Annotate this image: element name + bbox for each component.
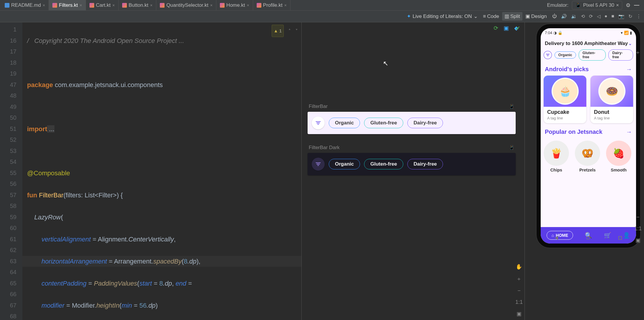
snack-title: Donut (590, 107, 633, 116)
delivery-header[interactable]: Delivery to 1600 Amphitheater Way ⌄ (541, 37, 636, 49)
arrow-right-icon[interactable]: → (626, 66, 632, 73)
popular-row: 🍟Chips 🥨Pretzels 🍓Smooth (541, 138, 636, 174)
tab-readme[interactable]: README.md× (1, 0, 49, 11)
close-icon[interactable]: × (150, 3, 152, 8)
filter-chip[interactable]: Organic (329, 159, 360, 169)
back-icon[interactable]: ◁ (597, 14, 600, 19)
preview-filterbar-dark[interactable]: Organic Gluten-free Dairy-free (308, 153, 516, 175)
fit-icon[interactable]: ▣ (517, 311, 522, 317)
zoom-reset[interactable]: 1:1 (634, 226, 642, 232)
section-header[interactable]: Popular on Jetsnack → (541, 127, 636, 138)
tab-filters[interactable]: Filters.kt× (49, 0, 86, 11)
phone-screen[interactable]: 7:04 ◑ 🔒 ▾📶▮ Delivery to 1600 Amphitheat… (541, 28, 636, 244)
inspection-widget[interactable]: ▲1 ˄ ˅ (272, 25, 298, 37)
kotlin-icon (52, 3, 57, 8)
app-filter-row: Organic Gluten-free Dairy-free (541, 49, 636, 65)
zoom-in-icon[interactable]: ＋ (635, 49, 640, 56)
live-edit-toggle[interactable]: ✦Live Editing of Literals: ON⌄ (407, 13, 478, 19)
tab-profile[interactable]: Profile.kt× (253, 0, 291, 11)
overview-icon[interactable] (618, 236, 622, 240)
mode-split[interactable]: ▥ Split (502, 12, 522, 21)
pan-icon[interactable]: ✋ (516, 264, 522, 270)
volume-up-icon[interactable]: 🔊 (561, 14, 567, 19)
filter-list-icon[interactable] (312, 116, 325, 129)
down-icon[interactable]: ˅ (296, 25, 298, 36)
rotate-right-icon[interactable]: ⟳ (589, 14, 593, 19)
close-icon[interactable]: × (112, 3, 115, 8)
close-icon[interactable]: × (210, 3, 213, 8)
code-text: PaddingValues (94, 280, 137, 287)
popular-item[interactable]: 🍟Chips (544, 141, 569, 172)
refresh-icon[interactable]: ⟳ (494, 25, 498, 31)
more-icon[interactable]: ⋮ (636, 14, 641, 19)
preview-toolbar: ✦Live Editing of Literals: ON⌄ ≡ Code ▥ … (0, 11, 644, 22)
popular-item[interactable]: 🥨Pretzels (575, 141, 600, 172)
preview-zoom-controls: ✋ ＋ − 1:1 ▣ (515, 264, 523, 317)
minimize-icon[interactable] (634, 5, 639, 6)
overview-icon[interactable]: ■ (611, 14, 614, 19)
filter-chip[interactable]: Dairy-free (608, 49, 633, 61)
close-icon[interactable]: × (616, 2, 619, 8)
up-icon[interactable]: ˄ (288, 25, 291, 36)
chevron-down-icon: ⌄ (628, 41, 632, 46)
line-gutter: 1 16 17 18 19 47 48 49 50 51 52 53 54 55… (0, 22, 22, 320)
code-body[interactable]: / Copyright 2020 The Android Open Source… (22, 22, 301, 320)
section-header[interactable]: Android's picks → (541, 65, 636, 76)
mode-code[interactable]: ≡ Code (481, 12, 502, 21)
filter-chip[interactable]: Dairy-free (407, 118, 443, 128)
filter-chip[interactable]: Organic (329, 118, 360, 128)
close-icon[interactable]: × (43, 3, 45, 8)
mode-label: Code (487, 14, 499, 19)
filter-chip[interactable]: Gluten-free (364, 159, 403, 169)
reload-icon[interactable]: ↻ (628, 14, 632, 19)
line-number: 16 (0, 35, 16, 46)
filter-list-icon[interactable] (544, 51, 552, 59)
tab-cart[interactable]: Cart.kt× (86, 0, 119, 11)
code-text: 8 (159, 280, 163, 287)
home-icon[interactable]: ● (605, 14, 608, 19)
home-icon[interactable] (586, 236, 590, 240)
filter-chip[interactable]: Gluten-free (364, 118, 403, 128)
code-text: = Modifier. (64, 302, 96, 309)
close-icon[interactable]: × (80, 3, 82, 8)
power-icon[interactable]: ⏻ (552, 14, 557, 19)
mode-design[interactable]: ▣ Design (523, 12, 549, 21)
snack-card[interactable]: 🧁 Cupcake A tag line (544, 76, 586, 123)
filter-chip[interactable]: Dairy-free (407, 159, 443, 169)
code-editor[interactable]: 1 16 17 18 19 47 48 49 50 51 52 53 54 55… (0, 22, 301, 320)
close-icon[interactable]: × (284, 3, 287, 8)
line-number: 49 (0, 101, 16, 113)
tab-home[interactable]: Home.kt× (216, 0, 253, 11)
close-icon[interactable]: × (247, 3, 249, 8)
preview-label-row: FilterBar Dark 📱 (308, 145, 516, 151)
deploy-icon[interactable]: ▣ (504, 25, 509, 31)
tab-button[interactable]: Button.kt× (119, 0, 156, 11)
code-text: package (27, 81, 53, 89)
back-icon[interactable] (555, 236, 558, 240)
popular-item[interactable]: 🍓Smooth (606, 141, 631, 172)
line-number: 59 (0, 212, 16, 223)
filter-list-icon[interactable] (312, 158, 325, 171)
arrow-right-icon[interactable]: → (626, 129, 632, 135)
warn-count: 1 (279, 25, 282, 36)
screenshot-icon[interactable]: 📷 (618, 14, 624, 19)
zoom-in-icon[interactable]: ＋ (516, 275, 522, 282)
filter-chip[interactable]: Gluten-free (579, 49, 606, 61)
rotate-left-icon[interactable]: ⟲ (581, 14, 585, 19)
lock-icon: 🔒 (558, 31, 562, 35)
filter-chip[interactable]: Organic (555, 51, 576, 59)
preview-filterbar-light[interactable]: Organic Gluten-free Dairy-free (308, 112, 516, 134)
zoom-reset[interactable]: 1:1 (515, 299, 523, 305)
tab-quantity[interactable]: QuantitySelector.kt× (156, 0, 216, 11)
compose-preview-pane[interactable]: ⟳ ▣ ◆ ✔ ↖ FilterBar 📱 Organic Gluten-fre… (301, 22, 525, 320)
fit-icon[interactable]: ▣ (635, 237, 640, 244)
volume-down-icon[interactable]: 🔉 (571, 14, 577, 19)
zoom-out-icon[interactable]: − (517, 288, 521, 294)
device-selector[interactable]: 📱 Pixel 5 API 30 × (572, 1, 622, 9)
device-frame-icon[interactable]: 📱 (509, 104, 514, 109)
device-frame-icon[interactable]: 📱 (509, 145, 514, 150)
settings-icon[interactable]: ⚙ (626, 2, 630, 9)
snack-card[interactable]: 🍩 Donut A tag line (590, 76, 633, 123)
zoom-out-icon[interactable]: − (636, 214, 640, 220)
snack-subtitle: A tag line (544, 116, 586, 123)
